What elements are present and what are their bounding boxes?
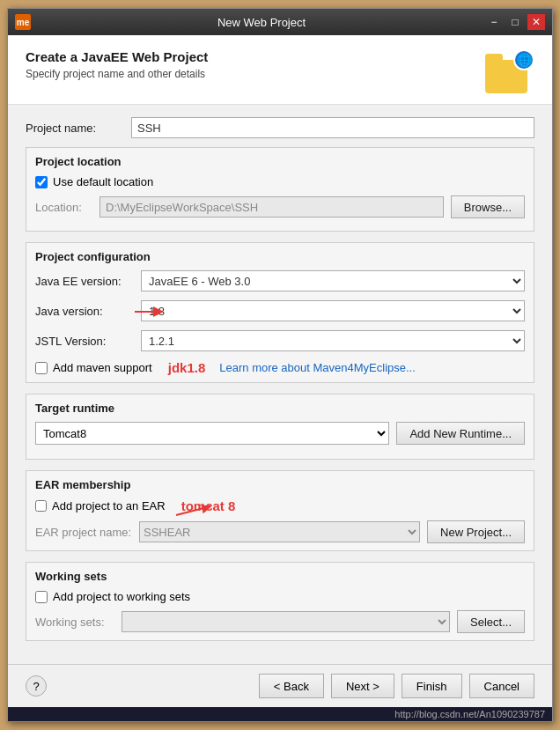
- ws-name-label: Working sets:: [35, 616, 114, 629]
- project-config-title: Project configuration: [35, 250, 525, 263]
- help-button[interactable]: ?: [26, 675, 47, 697]
- location-label: Location:: [35, 201, 92, 214]
- maven-checkbox-row: Add maven support: [35, 361, 152, 374]
- statusbar-url: http://blog.csdn.net/An1090239787: [394, 709, 545, 719]
- dialog-header: Create a JavaEE Web Project Specify proj…: [8, 35, 552, 105]
- ws-checkbox-row: Add project to working sets: [35, 590, 525, 603]
- ear-label: Add project to an EAR: [52, 499, 166, 512]
- finish-button[interactable]: Finish: [402, 674, 462, 698]
- globe-icon: 🌐: [513, 49, 534, 70]
- javaee-version-select[interactable]: JavaEE 6 - Web 3.0 JavaEE 7 - Web 3.1 Ja…: [141, 270, 525, 291]
- maximize-button[interactable]: □: [506, 14, 524, 30]
- header-icon: 🌐: [485, 49, 534, 93]
- jstl-version-label: JSTL Version:: [35, 335, 141, 348]
- dialog-subtitle: Specify project name and other details: [26, 68, 208, 80]
- dialog-window: me New Web Project − □ ✕ Create a JavaEE…: [7, 8, 553, 722]
- java-version-label: Java version:: [35, 305, 141, 318]
- java-version-arrow-icon: [130, 302, 166, 321]
- ws-select[interactable]: [122, 611, 450, 632]
- title-bar: me New Web Project − □ ✕: [8, 9, 552, 35]
- app-icon: me: [15, 14, 31, 30]
- dialog-title: Create a JavaEE Web Project: [26, 49, 208, 64]
- next-button[interactable]: Next >: [331, 674, 394, 698]
- ws-checkbox[interactable]: [35, 591, 48, 603]
- use-default-checkbox[interactable]: [35, 176, 48, 188]
- use-default-row: Use default location: [35, 175, 525, 188]
- javaee-version-label: Java EE version:: [35, 275, 141, 288]
- back-button[interactable]: < Back: [259, 674, 324, 698]
- maven-learn-more-link[interactable]: Learn more about Maven4MyEclipse...: [219, 361, 416, 374]
- javaee-version-row: Java EE version: JavaEE 6 - Web 3.0 Java…: [35, 270, 525, 291]
- new-project-button[interactable]: New Project...: [427, 520, 525, 543]
- runtime-row: Tomcat8 Tomcat7 Tomcat6 Add New Runtime.…: [35, 422, 525, 445]
- jstl-version-row: JSTL Version: 1.2.1 1.2: [35, 330, 525, 351]
- ear-checkbox[interactable]: [35, 500, 47, 512]
- ear-membership-section: EAR membership Add project to an EAR tom…: [26, 470, 534, 551]
- target-runtime-title: Target runtime: [35, 402, 525, 415]
- project-name-row: Project name:: [26, 117, 534, 138]
- cancel-button[interactable]: Cancel: [469, 674, 534, 698]
- use-default-label: Use default location: [53, 175, 153, 188]
- runtime-select[interactable]: Tomcat8 Tomcat7 Tomcat6: [35, 422, 389, 445]
- help-area: ?: [26, 675, 47, 697]
- maven-label: Add maven support: [53, 361, 152, 374]
- working-sets-section: Working sets Add project to working sets…: [26, 562, 534, 641]
- dialog-content: Project name: Project location Use defau…: [8, 105, 552, 664]
- header-text: Create a JavaEE Web Project Specify proj…: [26, 49, 208, 80]
- minimize-button[interactable]: −: [485, 14, 503, 30]
- working-sets-title: Working sets: [35, 570, 525, 583]
- statusbar: http://blog.csdn.net/An1090239787: [8, 707, 552, 721]
- project-name-input[interactable]: [131, 117, 534, 138]
- tomcat-arrow-icon: [172, 505, 216, 525]
- ear-name-label: EAR project name:: [35, 526, 132, 539]
- ws-label: Add project to working sets: [53, 590, 190, 603]
- location-row: Location: Browse...: [35, 195, 525, 218]
- ws-name-row: Working sets: Select...: [35, 610, 525, 633]
- maven-row: Add maven support jdk1.8 Learn more abou…: [35, 360, 525, 375]
- window-title: New Web Project: [38, 16, 485, 29]
- add-runtime-button[interactable]: Add New Runtime...: [396, 422, 525, 445]
- project-config-section: Project configuration Java EE version: J…: [26, 242, 534, 383]
- close-button[interactable]: ✕: [527, 14, 545, 30]
- project-location-section: Project location Use default location Lo…: [26, 147, 534, 232]
- jdk-annotation: jdk1.8: [168, 360, 206, 375]
- maven-checkbox[interactable]: [35, 362, 48, 374]
- project-location-title: Project location: [35, 155, 525, 168]
- dialog-footer: ? < Back Next > Finish Cancel: [8, 664, 552, 707]
- ear-membership-title: EAR membership: [35, 478, 525, 491]
- java-version-row: Java version: 1.8 1.7 1.6: [35, 300, 525, 321]
- project-name-label: Project name:: [26, 122, 131, 135]
- svg-line-1: [176, 507, 207, 515]
- browse-button[interactable]: Browse...: [451, 195, 525, 218]
- ear-checkbox-row: Add project to an EAR tomcat 8: [35, 498, 525, 513]
- java-version-select[interactable]: 1.8 1.7 1.6: [141, 300, 525, 321]
- target-runtime-section: Target runtime Tomcat8 Tomcat7 Tomcat6 A…: [26, 394, 534, 460]
- window-controls: − □ ✕: [485, 14, 545, 30]
- location-input[interactable]: [99, 196, 444, 218]
- select-ws-button[interactable]: Select...: [457, 610, 525, 633]
- jstl-version-select[interactable]: 1.2.1 1.2: [141, 330, 525, 351]
- ear-name-row: EAR project name: SSHEAR New Project...: [35, 520, 525, 543]
